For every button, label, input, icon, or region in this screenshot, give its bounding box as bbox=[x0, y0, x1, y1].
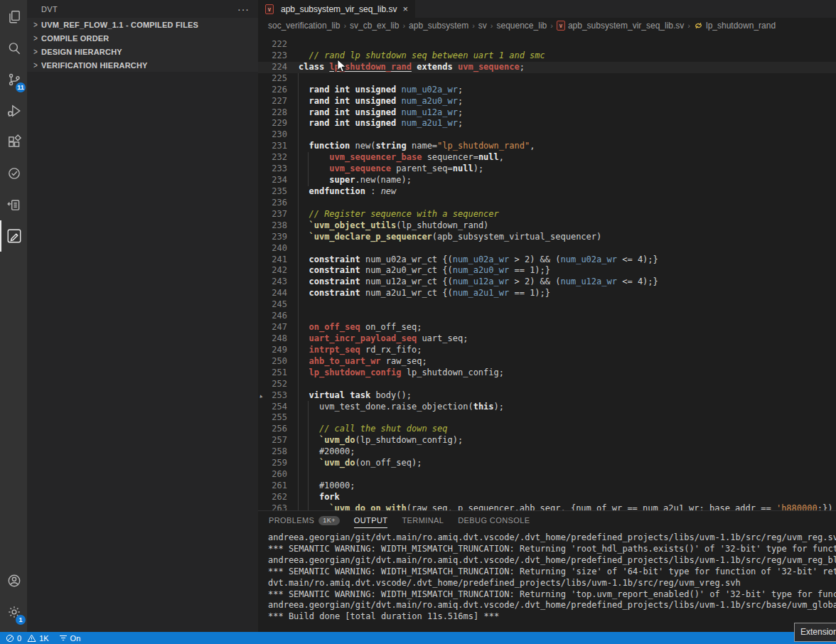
line-number: 259 bbox=[258, 458, 299, 469]
code-line-260[interactable]: 260 bbox=[258, 469, 836, 481]
code-line-242[interactable]: 242 constraint num_a2u0_wr_ct {(num_a2u0… bbox=[258, 265, 836, 277]
code-line-226[interactable]: 226 rand int unsigned num_u02a_wr; bbox=[258, 85, 836, 96]
code-line-238[interactable]: 238 `uvm_object_utils(lp_shutdown_rand) bbox=[258, 220, 836, 232]
sidebar-title: DVT bbox=[41, 5, 237, 14]
run-debug-icon[interactable] bbox=[0, 95, 27, 127]
sidebar-item-verification-hierarchy[interactable]: >VERIFICATION HIERARCHY bbox=[27, 58, 258, 72]
line-number: 245 bbox=[258, 299, 299, 311]
code-line-250[interactable]: 250 ahb_to_uart_wr raw_seq; bbox=[258, 356, 836, 367]
code-line-261[interactable]: 261 #10000; bbox=[258, 481, 836, 492]
breadcrumb-item-soc-verification-lib[interactable]: soc_verification_lib bbox=[268, 21, 340, 31]
code-line-234[interactable]: 234 super.new(name); bbox=[258, 175, 836, 186]
code-line-251[interactable]: 251 lp_shutdown_config lp_shutdown_confi… bbox=[258, 367, 836, 379]
code-line-231[interactable]: 231 function new(string name="lp_shutdow… bbox=[258, 141, 836, 152]
breadcrumb-item-sequence-lib[interactable]: sequence_lib bbox=[497, 21, 547, 31]
tab-apb-subsystem-vir-seq-lib[interactable]: v apb_subsystem_vir_seq_lib.sv × bbox=[258, 0, 415, 18]
code-line-229[interactable]: 229 rand int unsigned num_a2u1_wr; bbox=[258, 118, 836, 129]
code-line-227[interactable]: 227 rand int unsigned num_a2u0_wr; bbox=[258, 96, 836, 107]
code-line-262[interactable]: 262 fork bbox=[258, 492, 836, 503]
code-line-237[interactable]: 237 // Register sequence with a sequence… bbox=[258, 209, 836, 220]
chevron-right-icon: > bbox=[31, 33, 40, 43]
sidebar-item-compile-order[interactable]: >COMPILE ORDER bbox=[27, 31, 258, 45]
line-number: 242 bbox=[258, 265, 299, 277]
code-line-236[interactable]: 236 bbox=[258, 198, 836, 209]
sidebar-more-actions-icon[interactable]: ··· bbox=[237, 6, 250, 13]
settings-gear-icon[interactable]: 1 bbox=[0, 596, 27, 628]
code-line-230[interactable]: 230 bbox=[258, 129, 836, 141]
breadcrumb-item-lp-shutdown-rand[interactable]: lp_shutdown_rand bbox=[694, 21, 776, 31]
code-line-241[interactable]: 241 constraint num_u02a_wr_ct {(num_u02a… bbox=[258, 254, 836, 266]
editor-group: v apb_subsystem_vir_seq_lib.sv × soc_ver… bbox=[258, 0, 836, 510]
code-text: uvm_sequencer_base sequencer=null, bbox=[299, 152, 836, 163]
testing-icon[interactable] bbox=[0, 158, 27, 189]
code-line-222[interactable]: 222 bbox=[258, 39, 836, 50]
code-editor[interactable]: 222223 // rand lp shutdown seq between u… bbox=[258, 33, 836, 510]
code-text: fork bbox=[299, 492, 836, 503]
code-line-253[interactable]: ▲253 virtual task body(); bbox=[258, 390, 836, 402]
code-line-245[interactable]: 245 bbox=[258, 299, 836, 311]
tree-item-label: UVM_REF_FLOW_1.1 - COMPILED FILES bbox=[41, 21, 198, 29]
sidebar-item-uvm-ref-flow-1-1-compiled-files[interactable]: >UVM_REF_FLOW_1.1 - COMPILED FILES bbox=[27, 18, 258, 31]
panel-tab-output[interactable]: OUTPUT bbox=[354, 511, 388, 530]
code-line-252[interactable]: 252 bbox=[258, 379, 836, 390]
source-control-icon[interactable]: 11 bbox=[0, 64, 27, 95]
output-console[interactable]: andreea.georgian/git/dvt.main/ro.amiq.dv… bbox=[258, 530, 836, 632]
dvt-analysis-icon[interactable] bbox=[0, 220, 27, 252]
code-line-240[interactable]: 240 bbox=[258, 243, 836, 254]
code-line-255[interactable]: 255 bbox=[258, 412, 836, 424]
line-number: 226 bbox=[258, 85, 299, 96]
code-line-228[interactable]: 228 rand int unsigned num_u12a_wr; bbox=[258, 107, 836, 119]
code-line-232[interactable]: 232 uvm_sequencer_base sequencer=null, bbox=[258, 152, 836, 163]
code-line-257[interactable]: 257 `uvm_do(lp_shutdown_config); bbox=[258, 435, 836, 446]
tab-close-icon[interactable]: × bbox=[402, 5, 408, 14]
code-text bbox=[299, 129, 836, 141]
code-line-258[interactable]: 258 #20000; bbox=[258, 446, 836, 458]
code-line-263[interactable]: 263 `uvm_do_on_with(raw_seq, p_sequencer… bbox=[258, 503, 836, 510]
code-line-233[interactable]: 233 uvm_sequence parent_seq=null); bbox=[258, 163, 836, 175]
panel-tab-problems[interactable]: PROBLEMS1K+ bbox=[269, 511, 340, 530]
code-line-247[interactable]: 247 on_off_seq on_off_seq; bbox=[258, 322, 836, 333]
problems-status-item[interactable]: 0 1K bbox=[6, 634, 49, 643]
breadcrumb-item-apb-subsystem-vir-seq-lib-sv[interactable]: vapb_subsystem_vir_seq_lib.sv bbox=[557, 21, 684, 31]
code-text bbox=[299, 379, 836, 390]
line-number: 256 bbox=[258, 424, 299, 435]
code-line-256[interactable]: 256 // call the shut down seq bbox=[258, 424, 836, 435]
code-line-225[interactable]: 225 bbox=[258, 73, 836, 85]
warning-count: 1K bbox=[39, 634, 48, 643]
code-line-243[interactable]: 243 constraint num_u12a_wr_ct {(num_u12a… bbox=[258, 277, 836, 288]
output-line: andreea.georgian/git/dvt.main/ro.amiq.dv… bbox=[268, 600, 836, 611]
project-report-icon[interactable] bbox=[0, 189, 27, 220]
code-line-223[interactable]: 223 // rand lp shutdown seq between uart… bbox=[258, 50, 836, 62]
line-number: 261 bbox=[258, 481, 299, 492]
breadcrumb-item-sv-cb-ex-lib[interactable]: sv_cb_ex_lib bbox=[350, 21, 399, 31]
code-line-254[interactable]: 254 uvm_test_done.raise_objection(this); bbox=[258, 402, 836, 413]
extensions-icon[interactable] bbox=[0, 127, 27, 158]
code-line-235[interactable]: 235 endfunction : new bbox=[258, 186, 836, 198]
account-icon[interactable] bbox=[0, 565, 27, 596]
filter-toggle-status-item[interactable]: On bbox=[59, 634, 81, 643]
breadcrumb-item-apb-subsystem[interactable]: apb_subsystem bbox=[409, 21, 468, 31]
breadcrumb-item-sv[interactable]: sv bbox=[478, 21, 487, 31]
code-line-239[interactable]: 239 `uvm_declare_p_sequencer(apb_subsyst… bbox=[258, 232, 836, 243]
sidebar-item-design-hierarchy[interactable]: >DESIGN HIERARCHY bbox=[27, 45, 258, 58]
code-line-224[interactable]: 224class lp_shutdown_rand extends uvm_se… bbox=[258, 62, 836, 73]
code-text: #10000; bbox=[299, 481, 836, 492]
code-line-244[interactable]: 244 constraint num_a2u1_wr_ct {(num_a2u1… bbox=[258, 288, 836, 299]
panel-tab-debug-console[interactable]: DEBUG CONSOLE bbox=[458, 511, 530, 530]
error-count: 0 bbox=[17, 634, 21, 643]
tab-label: apb_subsystem_vir_seq_lib.sv bbox=[281, 4, 397, 14]
line-number: 254 bbox=[258, 402, 299, 413]
explorer-icon[interactable] bbox=[0, 1, 27, 33]
code-text bbox=[299, 469, 836, 481]
line-number: 249 bbox=[258, 345, 299, 356]
search-icon[interactable] bbox=[0, 33, 27, 64]
line-number: 251 bbox=[258, 367, 299, 379]
code-line-249[interactable]: 249 intrpt_seq rd_rx_fifo; bbox=[258, 345, 836, 356]
code-line-248[interactable]: 248 uart_incr_payload_seq uart_seq; bbox=[258, 333, 836, 345]
code-text: rand int unsigned num_u12a_wr; bbox=[299, 107, 836, 119]
panel-header: PROBLEMS1K+OUTPUTTERMINALDEBUG CONSOLE bbox=[258, 511, 836, 530]
code-line-246[interactable]: 246 bbox=[258, 311, 836, 322]
code-text: constraint num_a2u0_wr_ct {(num_a2u0_wr … bbox=[299, 265, 836, 277]
panel-tab-terminal[interactable]: TERMINAL bbox=[402, 511, 444, 530]
code-line-259[interactable]: 259 `uvm_do(on_off_seq); bbox=[258, 458, 836, 469]
